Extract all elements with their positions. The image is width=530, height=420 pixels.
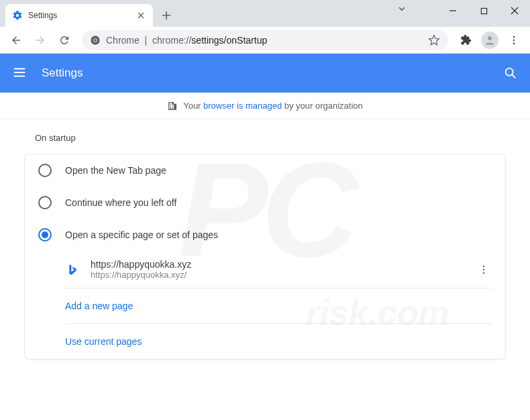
- building-icon: [167, 101, 178, 111]
- settings-search-button[interactable]: [503, 66, 518, 81]
- radio-label: Continue where you left off: [65, 197, 176, 208]
- avatar-icon: [481, 32, 498, 49]
- browser-toolbar: Chrome | chrome://settings/onStartup: [0, 27, 530, 54]
- profile-button[interactable]: [479, 30, 500, 51]
- managed-text: Your browser is managed by your organiza…: [183, 101, 363, 111]
- radio-continue[interactable]: Continue where you left off: [25, 187, 505, 219]
- page-name: https://happyquokka.xyz: [91, 259, 191, 270]
- svg-rect-0: [481, 8, 486, 13]
- startup-card: Open the New Tab page Continue where you…: [24, 154, 506, 360]
- managed-link[interactable]: browser is managed: [203, 101, 282, 111]
- svg-point-4: [488, 36, 492, 40]
- maximize-button[interactable]: [468, 0, 499, 21]
- tab-title: Settings: [28, 11, 136, 20]
- radio-icon: [38, 196, 52, 209]
- url-text: Chrome | chrome://settings/onStartup: [106, 35, 267, 46]
- svg-point-6: [513, 39, 515, 41]
- browser-tab[interactable]: Settings: [5, 4, 153, 27]
- svg-point-5: [513, 36, 515, 38]
- close-window-button[interactable]: [499, 0, 530, 21]
- svg-point-11: [483, 272, 485, 274]
- bing-icon: [65, 263, 78, 276]
- chrome-icon: [90, 35, 101, 46]
- window-controls: [437, 0, 530, 21]
- close-tab-button[interactable]: [136, 10, 146, 21]
- add-new-page-button[interactable]: Add a new page: [65, 288, 492, 323]
- radio-icon: [38, 164, 52, 177]
- svg-point-10: [483, 268, 485, 270]
- startup-page-row: https://happyquokka.xyz https://happyquo…: [65, 251, 492, 288]
- page-menu-button[interactable]: [476, 262, 492, 278]
- gear-icon: [12, 10, 23, 21]
- extensions-button[interactable]: [455, 30, 476, 51]
- radio-label: Open the New Tab page: [65, 165, 166, 176]
- reload-button[interactable]: [54, 30, 75, 51]
- svg-point-7: [513, 42, 515, 44]
- minimize-button[interactable]: [437, 0, 468, 21]
- svg-point-8: [506, 68, 513, 76]
- settings-title: Settings: [42, 66, 83, 80]
- back-button[interactable]: [5, 30, 27, 51]
- address-bar[interactable]: Chrome | chrome://settings/onStartup: [82, 30, 448, 50]
- managed-banner: Your browser is managed by your organiza…: [0, 93, 530, 119]
- browser-menu-button[interactable]: [503, 30, 525, 51]
- radio-specific-pages[interactable]: Open a specific page or set of pages: [25, 219, 505, 251]
- settings-content: On startup Open the New Tab page Continu…: [0, 119, 530, 373]
- section-title: On startup: [24, 133, 506, 143]
- tab-search-button[interactable]: [397, 4, 407, 13]
- radio-open-newtab[interactable]: Open the New Tab page: [25, 154, 505, 187]
- bookmark-button[interactable]: [428, 34, 440, 46]
- svg-point-3: [94, 39, 97, 42]
- window-titlebar: Settings: [0, 0, 530, 27]
- new-tab-button[interactable]: [157, 6, 176, 25]
- page-url: https://happyquokka.xyz/: [91, 270, 191, 280]
- use-current-pages-button[interactable]: Use current pages: [65, 324, 492, 359]
- radio-icon-selected: [38, 228, 52, 242]
- radio-label: Open a specific page or set of pages: [65, 229, 218, 240]
- settings-header: Settings: [0, 54, 530, 93]
- svg-point-9: [483, 265, 485, 267]
- forward-button[interactable]: [30, 30, 51, 51]
- menu-button[interactable]: [12, 65, 28, 81]
